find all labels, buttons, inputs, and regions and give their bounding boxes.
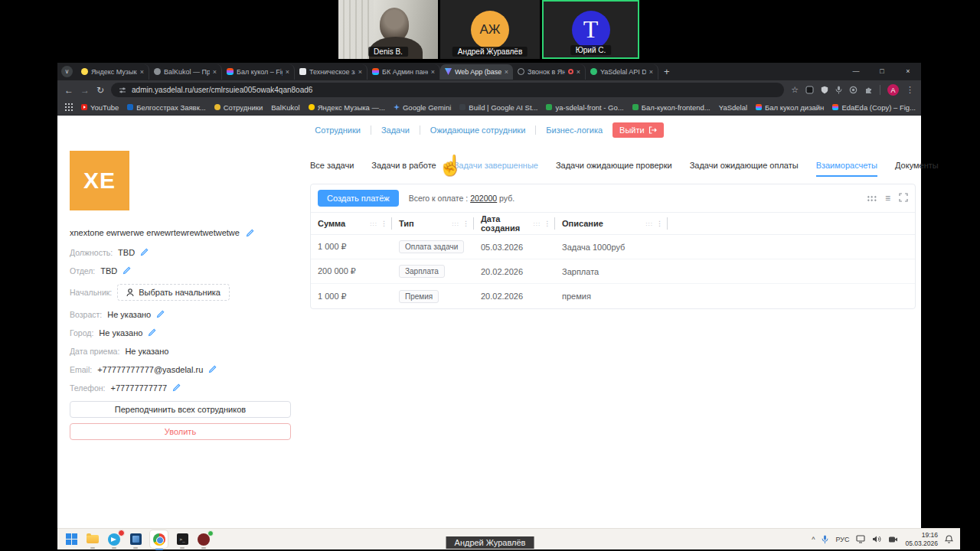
maximize-button[interactable]: □ [869,63,895,80]
telegram-button[interactable] [107,533,121,546]
column-menu-icon[interactable]: ⋮ [381,220,387,227]
participant-tile-denis[interactable]: Denis B. [338,0,438,59]
forward-button[interactable]: → [80,86,90,95]
column-header-type[interactable]: Тип :::⋮ [392,213,474,234]
speaker-icon[interactable] [872,535,881,543]
edit-icon[interactable] [208,365,217,373]
browser-tab[interactable]: Звонок в Яндекс Тел × [513,64,586,80]
edit-icon[interactable] [172,383,181,392]
terminal-button[interactable]: >_ [175,533,189,546]
browser-tab[interactable]: Техническое задание: А × [295,64,368,80]
bookmark-star-icon[interactable]: ☆ [791,85,799,95]
density-icon[interactable]: ≡ [885,194,890,203]
site-info-icon[interactable] [119,86,126,94]
edit-icon[interactable] [140,248,149,256]
taskbar-clock[interactable]: 19:16 05.03.2026 [905,531,938,547]
bookmark-item[interactable]: Build | Google AI St... [459,103,537,112]
profile-avatar[interactable]: A [887,84,899,96]
drag-handle-icon[interactable]: ::: [452,220,459,227]
column-menu-icon[interactable]: ⋮ [544,220,550,227]
tab-tasks-awaiting-review[interactable]: Задачи ожидающие проверки [556,161,672,177]
close-button[interactable]: × [895,63,921,80]
extensions-puzzle-icon[interactable] [864,86,873,94]
browser-tab[interactable]: Яндекс Музыка — собир × [77,64,149,80]
edit-icon[interactable] [148,328,156,337]
tab-close-icon[interactable]: × [140,68,144,76]
bookmark-item[interactable]: Google Gemini [394,103,451,112]
column-menu-icon[interactable]: ⋮ [656,220,663,227]
minimize-button[interactable]: — [843,63,869,80]
record-extension-icon[interactable] [849,86,858,94]
bookmark-item[interactable]: Бал-кукол-frontend... [632,103,710,112]
start-button[interactable] [64,533,78,546]
bookmark-item[interactable]: Яндекс Музыка —... [309,103,385,112]
tab-close-icon[interactable]: × [431,68,435,76]
table-row[interactable]: 1 000 ₽ Премия 20.02.2026 премия [311,284,915,308]
nav-link-tasks[interactable]: Задачи [381,126,410,135]
tab-search-button[interactable]: ∨ [61,66,73,77]
logout-button[interactable]: Выйти [612,122,664,138]
file-explorer-button[interactable] [86,533,100,546]
browser-tab-active[interactable]: Web App (based on Litef × [440,64,513,80]
tab-close-icon[interactable]: × [505,68,508,76]
browser-tab[interactable]: BalKukol — Профиль × [149,64,222,80]
bookmark-item[interactable]: Бал кукол дизайн [756,103,824,112]
back-button[interactable]: ← [64,86,74,95]
edit-icon[interactable] [156,310,165,318]
microphone-icon[interactable] [835,86,842,94]
bookmark-item[interactable]: Белгосстрах Заявк... [127,103,205,112]
fullscreen-icon[interactable] [899,193,908,204]
display-icon[interactable] [856,535,865,543]
bookmark-item[interactable]: YouTube [81,103,119,112]
tab-tasks-awaiting-payment[interactable]: Задачи ожидающие оплаты [690,161,799,177]
column-header-date[interactable]: Дата создания :::⋮ [474,213,555,234]
edit-name-icon[interactable] [246,229,254,237]
column-menu-icon[interactable]: ⋮ [462,220,469,227]
drag-handle-icon[interactable]: ::: [533,220,541,227]
table-row[interactable]: 200 000 ₽ Зарплата 20.02.2026 Зарплата [311,259,915,284]
browser-tab[interactable]: БК Админ панель (просм × [368,64,440,80]
photos-app-button[interactable] [129,533,142,546]
edit-icon[interactable] [122,266,131,275]
tab-documents[interactable]: Документы [895,161,939,177]
total-value[interactable]: 202000 [470,194,497,203]
bookmark-item[interactable]: BalKukol [271,103,300,112]
nav-link-pending-employees[interactable]: Ожидающие сотрудники [430,126,525,135]
language-indicator[interactable]: РУС [835,536,849,543]
browser-tab[interactable]: Бал кукол – Figma × [222,64,295,80]
create-payment-button[interactable]: Создать платёж [318,190,399,207]
tab-all-tasks[interactable]: Все задачи [310,161,354,177]
drag-handle-icon[interactable]: ::: [370,220,377,227]
tab-close-icon[interactable]: × [649,68,653,76]
tab-close-icon[interactable]: × [358,68,362,76]
tab-tasks-in-progress[interactable]: Задачи в работе [371,161,436,177]
column-header-sum[interactable]: Сумма :::⋮ [311,213,392,234]
column-settings-icon[interactable] [867,195,877,202]
browser-menu-kebab-icon[interactable]: ⋮ [906,85,914,95]
tab-close-icon[interactable]: × [213,68,217,76]
tray-microphone-icon[interactable] [822,535,828,544]
screenshot-extension-icon[interactable] [805,86,814,94]
table-row[interactable]: 1 000 ₽ Оплата задачи 05.03.2026 Задача … [311,235,915,259]
tray-chevron-icon[interactable]: ^ [812,536,815,543]
fire-button[interactable]: Уволить [70,423,291,440]
browser-tab[interactable]: YaSdelal API Documentat × [586,64,658,80]
choose-manager-button[interactable]: Выбрать начальника [117,284,230,301]
chrome-button[interactable] [150,530,168,548]
participant-tile-yuri[interactable]: Т Юрий С. [542,0,639,59]
shield-extension-icon[interactable] [821,86,828,94]
tab-close-icon[interactable]: × [577,68,580,76]
new-tab-button[interactable]: + [664,66,670,77]
reload-button[interactable]: ↻ [96,86,104,95]
reassign-employees-button[interactable]: Переподчинить всех сотрудников [70,401,291,418]
tab-settlements[interactable]: Взаиморасчеты [816,161,877,177]
tab-close-icon[interactable]: × [286,68,289,76]
participant-tile-andrey[interactable]: АЖ Андрей Журавлёв [440,0,540,59]
notification-bell-icon[interactable] [945,535,953,544]
bookmark-item[interactable]: Сотрудники [214,103,263,112]
column-header-description[interactable]: Описание :::⋮ [555,213,668,234]
drag-handle-icon[interactable]: ::: [645,220,653,227]
bookmark-item[interactable]: ya-sdelal-front - Go... [546,103,623,112]
address-bar[interactable]: admin.yasdelal.ru/user/cmlrsuiea005owak4… [111,83,784,97]
camera-icon[interactable] [888,536,898,543]
